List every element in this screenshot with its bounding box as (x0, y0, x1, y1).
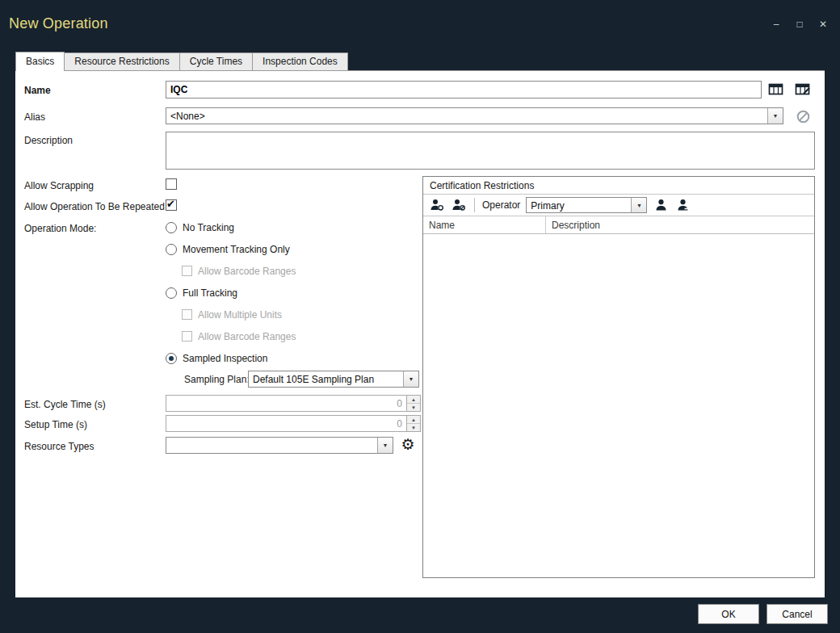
est-cycle-time-label: Est. Cycle Time (s) (24, 399, 106, 410)
checkbox-icon (182, 266, 192, 276)
cancel-button[interactable]: Cancel (766, 604, 828, 624)
setup-time-label: Setup Time (s) (24, 419, 87, 430)
operation-mode-label: Operation Mode: (24, 223, 96, 234)
checkbox-movement-barcode-ranges: Allow Barcode Ranges (182, 265, 296, 277)
add-certification-icon (430, 199, 444, 212)
certification-restrictions-panel: Certification Restrictions (422, 176, 815, 578)
add-operator-button[interactable] (653, 197, 669, 213)
radio-no-tracking-label: No Tracking (183, 222, 234, 233)
window-controls: – □ ✕ (771, 19, 829, 30)
sampling-plan-dropdown-arrow-icon[interactable]: ▼ (403, 371, 418, 387)
alias-value: <None> (166, 108, 767, 124)
remove-operator-button[interactable] (674, 197, 691, 213)
radio-icon (166, 222, 177, 233)
operator-label: Operator (482, 199, 520, 211)
alias-label: Alias (24, 111, 45, 123)
est-cycle-time-spinner: 0 ▲ ▼ (166, 395, 421, 412)
basics-panel: Name Alias <None> ▼ (15, 70, 825, 597)
alias-combobox[interactable]: <None> ▼ (166, 107, 783, 124)
radio-icon (166, 244, 177, 255)
operator-dropdown-arrow-icon[interactable]: ▼ (631, 198, 646, 212)
checkbox-icon (182, 309, 192, 320)
tabstrip: Basics Resource Restrictions Cycle Times… (15, 52, 348, 71)
checkbox-full-barcode-ranges-label: Allow Barcode Ranges (198, 331, 296, 342)
sampling-plan-combobox[interactable]: Default 105E Sampling Plan ▼ (248, 371, 419, 388)
maximize-icon[interactable]: □ (794, 19, 805, 30)
remove-operator-icon (677, 199, 689, 212)
remove-certification-icon (452, 199, 466, 212)
alias-dropdown-arrow-icon[interactable]: ▼ (767, 108, 783, 124)
description-label: Description (24, 135, 73, 146)
allow-repeat-checkbox[interactable]: ✔ (166, 199, 177, 211)
naming-pattern-icon[interactable] (766, 81, 786, 99)
allow-repeat-label: Allow Operation To Be Repeated (24, 201, 165, 212)
radio-movement-tracking-label: Movement Tracking Only (183, 244, 290, 255)
radio-full-tracking-label: Full Tracking (183, 287, 237, 299)
checkbox-icon (182, 331, 192, 342)
certification-grid-header: Name Description (423, 216, 814, 234)
certification-restrictions-title: Certification Restrictions (423, 177, 814, 195)
tab-basics[interactable]: Basics (15, 52, 65, 71)
est-cycle-time-value: 0 (166, 396, 406, 411)
est-cycle-time-spin-buttons[interactable]: ▲ ▼ (406, 396, 420, 411)
resource-types-value (166, 438, 377, 453)
checkbox-movement-barcode-ranges-label: Allow Barcode Ranges (198, 266, 296, 277)
radio-movement-tracking[interactable]: Movement Tracking Only (166, 243, 290, 255)
tab-cycle-times[interactable]: Cycle Times (179, 52, 253, 70)
radio-sampled-inspection[interactable]: Sampled Inspection (166, 352, 267, 364)
setup-time-value: 0 (166, 416, 406, 431)
tab-inspection-codes[interactable]: Inspection Codes (252, 52, 348, 70)
sampling-plan-label: Sampling Plan: (184, 374, 250, 385)
allow-scrapping-checkbox[interactable] (166, 178, 177, 190)
certification-grid-body[interactable] (423, 234, 814, 577)
radio-selected-icon (166, 353, 177, 364)
resource-types-dropdown-arrow-icon[interactable]: ▼ (377, 438, 393, 453)
setup-time-spin-buttons[interactable]: ▲ ▼ (406, 416, 420, 431)
ok-button[interactable]: OK (698, 604, 759, 624)
radio-icon (166, 287, 177, 299)
new-operation-dialog: New Operation – □ ✕ Basics Resource Rest… (0, 0, 840, 633)
toolbar-separator (474, 198, 475, 212)
spin-down-icon[interactable]: ▼ (407, 404, 420, 411)
name-label: Name (24, 85, 51, 96)
allow-scrapping-label: Allow Scrapping (24, 180, 94, 191)
gear-icon: ⚙ (401, 437, 414, 452)
minimize-icon[interactable]: – (771, 19, 782, 30)
operator-combobox[interactable]: Primary ▼ (526, 197, 647, 213)
remove-certification-button[interactable] (451, 197, 467, 213)
resource-types-combobox[interactable]: ▼ (166, 437, 393, 454)
column-header-name[interactable]: Name (423, 216, 546, 233)
tab-resource-restrictions[interactable]: Resource Restrictions (64, 52, 179, 70)
check-icon: ✔ (166, 198, 175, 210)
spin-up-icon[interactable]: ▲ (407, 416, 420, 424)
add-certification-button[interactable] (429, 197, 445, 213)
sampling-plan-value: Default 105E Sampling Plan (249, 371, 403, 387)
resource-types-settings-button[interactable]: ⚙ (398, 435, 418, 453)
resource-types-label: Resource Types (24, 441, 94, 452)
radio-sampled-inspection-label: Sampled Inspection (183, 353, 267, 364)
checkbox-allow-multiple-units: Allow Multiple Units (182, 308, 282, 321)
naming-sequence-icon[interactable] (793, 81, 813, 99)
column-header-description[interactable]: Description (546, 216, 814, 233)
add-operator-icon (655, 199, 667, 212)
radio-no-tracking[interactable]: No Tracking (166, 221, 234, 233)
alias-clear-disabled-icon (793, 107, 813, 125)
naming-pattern-glyph (768, 82, 784, 97)
spin-down-icon[interactable]: ▼ (407, 424, 420, 431)
spin-up-icon[interactable]: ▲ (407, 396, 420, 404)
radio-full-tracking[interactable]: Full Tracking (166, 287, 237, 299)
setup-time-spinner: 0 ▲ ▼ (166, 415, 421, 432)
description-textarea[interactable] (166, 132, 815, 170)
close-icon[interactable]: ✕ (817, 19, 829, 30)
certification-toolbar: Operator Primary ▼ (423, 195, 814, 216)
window-title: New Operation (9, 15, 108, 32)
no-entry-icon (796, 110, 810, 124)
name-input[interactable] (166, 81, 762, 99)
checkbox-allow-multiple-units-label: Allow Multiple Units (198, 309, 282, 321)
checkbox-full-barcode-ranges: Allow Barcode Ranges (182, 330, 296, 342)
naming-sequence-glyph (795, 82, 811, 97)
operator-value: Primary (527, 198, 631, 212)
